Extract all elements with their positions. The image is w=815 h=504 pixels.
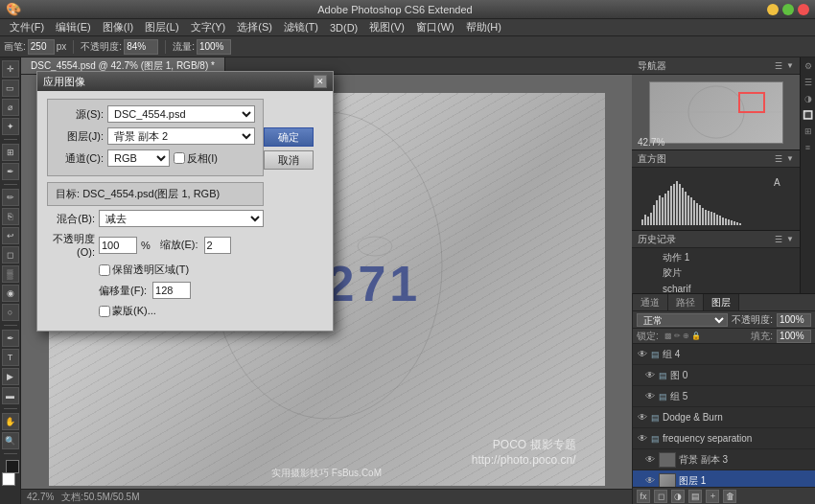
menu-window[interactable]: 窗口(W): [410, 19, 460, 35]
panel-expand-icon[interactable]: ▼: [786, 61, 794, 71]
layer-fx-btn[interactable]: fx: [637, 490, 650, 503]
layer-item-3[interactable]: 👁▤ Dodge & Burn: [633, 407, 815, 428]
layer-eye-6[interactable]: 👁: [644, 475, 656, 486]
menu-edit[interactable]: 编辑(E): [50, 19, 97, 35]
move-tool[interactable]: ✛: [2, 60, 19, 78]
background-color[interactable]: [2, 472, 15, 486]
maximize-btn[interactable]: [782, 4, 794, 15]
dialog-close-btn[interactable]: ✕: [314, 75, 327, 88]
mask-checkbox[interactable]: [99, 306, 110, 317]
blend-mode-select[interactable]: 正常: [637, 313, 728, 327]
menu-image[interactable]: 图像(I): [97, 19, 139, 35]
layer-item-5[interactable]: 👁背景 副本 3: [633, 449, 815, 470]
history-menu-icon[interactable]: ☰: [775, 235, 782, 244]
menu-layer[interactable]: 图层(L): [139, 19, 184, 35]
panel-icon-1[interactable]: ⚙: [802, 59, 815, 73]
channel-select[interactable]: RGB: [107, 149, 170, 167]
menu-3d[interactable]: 3D(D): [324, 19, 363, 35]
lock-transparency[interactable]: ▩: [664, 332, 672, 340]
tab-paths[interactable]: 路径: [668, 294, 704, 310]
layer-adj-btn[interactable]: ◑: [671, 490, 685, 503]
opacity-input-dialog[interactable]: [99, 237, 137, 254]
tab-channels[interactable]: 通道: [633, 294, 668, 310]
blend-select[interactable]: 减去: [99, 210, 264, 227]
layer-item-6[interactable]: 👁图层 1: [633, 470, 815, 487]
layer-eye-1[interactable]: 👁: [644, 370, 656, 380]
opacity-input[interactable]: [124, 39, 158, 55]
layer-eye-3[interactable]: 👁: [637, 412, 648, 423]
svg-rect-22: [670, 186, 672, 225]
stamp-tool[interactable]: ⎘: [2, 208, 19, 225]
history-panel-header[interactable]: 历史记录 ☰ ▼: [632, 231, 800, 248]
nav-zoom: 42.7%: [638, 137, 664, 148]
dialog-cancel-btn[interactable]: 取消: [264, 150, 314, 170]
lasso-tool[interactable]: ⌀: [2, 99, 19, 116]
panel-menu-icon[interactable]: ☰: [775, 61, 782, 71]
layer-eye-5[interactable]: 👁: [644, 454, 656, 465]
panel-icon-3[interactable]: ◑: [802, 92, 815, 105]
dodge-tool[interactable]: ○: [2, 304, 19, 321]
layer-group-btn[interactable]: ▤: [688, 490, 702, 503]
panel-icon-6[interactable]: ≡: [802, 141, 815, 154]
marquee-tool[interactable]: ▭: [2, 80, 19, 97]
hand-tool[interactable]: ✋: [2, 413, 19, 430]
menu-filter[interactable]: 滤镜(T): [278, 19, 324, 35]
brush-tool[interactable]: ✏: [2, 189, 19, 206]
minimize-btn[interactable]: [767, 4, 779, 15]
layer-eye-0[interactable]: 👁: [637, 349, 648, 359]
menu-select[interactable]: 选择(S): [231, 19, 278, 35]
layer-new-btn[interactable]: ＋: [706, 490, 719, 503]
panel-icon-2[interactable]: ☰: [802, 76, 815, 89]
histogram-menu-icon[interactable]: ☰: [775, 154, 782, 164]
brush-size-input[interactable]: [28, 39, 55, 55]
history-item-0[interactable]: 动作 1: [632, 250, 800, 265]
panel-icon-5[interactable]: ⊞: [802, 125, 815, 138]
layer-mask-btn[interactable]: ◻: [654, 490, 667, 503]
layer-eye-4[interactable]: 👁: [637, 433, 648, 444]
lock-all[interactable]: 🔒: [691, 332, 701, 340]
close-btn[interactable]: [798, 4, 809, 15]
shape-tool[interactable]: ▬: [2, 387, 19, 404]
flow-input[interactable]: [197, 39, 231, 55]
offset-input[interactable]: [152, 282, 191, 299]
gradient-tool[interactable]: ▒: [2, 265, 19, 283]
history-item-1[interactable]: 胶片: [632, 265, 800, 281]
layer-eye-2[interactable]: 👁: [644, 391, 656, 401]
histogram-panel-header[interactable]: 直方图 ☰ ▼: [632, 150, 800, 168]
history-brush[interactable]: ↩: [2, 227, 19, 244]
magic-wand-tool[interactable]: ✦: [2, 118, 19, 135]
layer-item-1[interactable]: 👁▤ 图 0: [633, 365, 815, 386]
history-expand-icon[interactable]: ▼: [786, 235, 794, 244]
lock-pixels[interactable]: ✏: [674, 332, 681, 340]
menu-text[interactable]: 文字(Y): [185, 19, 232, 35]
navigator-panel-header[interactable]: 导航器 ☰ ▼: [632, 57, 800, 75]
layer-item-4[interactable]: 👁▤ frequency separation: [633, 428, 815, 449]
blur-tool[interactable]: ◉: [2, 285, 19, 302]
opacity-input[interactable]: [777, 313, 811, 327]
path-select[interactable]: ▶: [2, 368, 19, 385]
crop-tool[interactable]: ⊞: [2, 144, 19, 161]
pen-tool[interactable]: ✒: [2, 330, 19, 347]
lock-position[interactable]: ⊕: [683, 332, 689, 340]
dialog-ok-btn[interactable]: 确定: [264, 127, 314, 147]
layer-item-0[interactable]: 👁▤ 组 4: [633, 344, 815, 365]
invert-checkbox[interactable]: [174, 152, 185, 164]
layer-delete-btn[interactable]: 🗑: [723, 490, 736, 503]
panel-icon-4[interactable]: 🔳: [802, 108, 815, 122]
fill-input[interactable]: [777, 330, 811, 343]
eyedropper-tool[interactable]: ✒: [2, 163, 19, 180]
histogram-expand-icon[interactable]: ▼: [786, 154, 794, 164]
menu-help[interactable]: 帮助(H): [460, 19, 507, 35]
layer-select[interactable]: 背景 副本 2: [107, 127, 255, 145]
zoom-tool[interactable]: 🔍: [2, 432, 19, 449]
eraser-tool[interactable]: ◻: [2, 246, 19, 263]
text-tool[interactable]: T: [2, 349, 19, 366]
layer-item-2[interactable]: 👁▤ 组 5: [633, 386, 815, 407]
tab-layers[interactable]: 图层: [704, 294, 739, 310]
preserve-checkbox[interactable]: [99, 264, 110, 276]
menu-view[interactable]: 视图(V): [363, 19, 410, 35]
foreground-color[interactable]: [6, 460, 19, 473]
source-select[interactable]: DSC_4554.psd: [107, 105, 255, 123]
menu-file[interactable]: 文件(F): [4, 19, 50, 35]
scale-input[interactable]: [204, 237, 231, 254]
